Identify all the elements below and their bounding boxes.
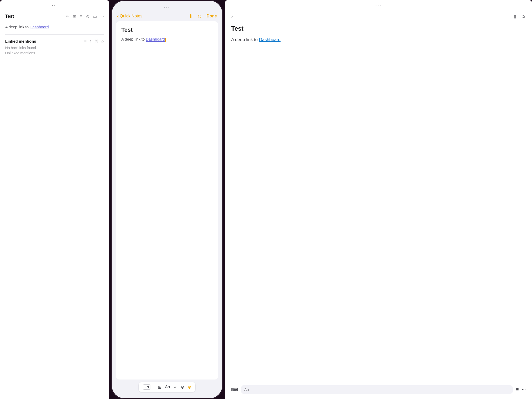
toolbar-separator <box>154 384 154 390</box>
share-icon[interactable]: ⬆ <box>189 13 193 19</box>
format-text-icon[interactable]: Aa <box>165 385 170 389</box>
left-three-dots: ··· <box>52 3 57 8</box>
right-share-icon[interactable]: ⬆ <box>513 14 517 20</box>
pencil-icon[interactable]: ✏ <box>66 14 69 19</box>
notes-nav-bar: ‹ Quick Notes ⬆ ☺ Done <box>112 11 222 21</box>
smiley-icon[interactable]: ☺ <box>197 13 202 19</box>
squiggle-icon[interactable]: ⊛ <box>188 385 191 390</box>
right-aa-label: Aa <box>244 387 249 392</box>
right-panel-body: A deep link to Dashboard <box>231 36 526 43</box>
linked-mentions-icons: ≡ ↑ ⇅ ⌕ <box>84 39 104 44</box>
right-nav-left: ‹ <box>231 14 233 20</box>
checklist-icon[interactable]: ✓ <box>174 385 177 390</box>
iphone-frame: ··· ‹ Quick Notes ⬆ ☺ Done Test A deep l… <box>111 0 223 399</box>
right-more-icon[interactable]: ··· <box>522 387 526 392</box>
right-dashboard-link[interactable]: Dashboard <box>259 37 281 42</box>
divider <box>5 34 104 35</box>
right-footer-icons: ≡ ··· <box>516 387 526 392</box>
ellipsis-icon[interactable]: ··· <box>101 14 104 19</box>
bookmark-icon[interactable]: ⊘ <box>86 14 89 19</box>
right-nav-right: ⬆ ☺ <box>513 14 526 20</box>
notes-back-button[interactable]: ‹ Quick Notes <box>117 14 142 19</box>
right-panel-footer: ⌨ Aa ≡ ··· <box>225 382 532 399</box>
left-note-body: A deep link to Dashboard <box>5 24 104 30</box>
linked-mentions-header: Linked mentions ≡ ↑ ⇅ ⌕ <box>5 39 104 44</box>
left-panel-title: Test <box>5 14 14 19</box>
notes-toolbar: EN ⊞ Aa ✓ ⊙ ⊛ <box>112 380 222 398</box>
right-list-icon[interactable]: ≡ <box>516 387 519 392</box>
left-panel: ··· Test ✏ ⊞ ≡ ⊘ ▭ ··· A deep link to Da… <box>0 0 109 399</box>
right-back-button[interactable]: ‹ <box>231 14 233 20</box>
notes-nav-right: ⬆ ☺ Done <box>189 13 217 19</box>
notes-note-title: Test <box>121 27 213 33</box>
right-panel-header: ‹ ⬆ ☺ <box>225 9 532 23</box>
left-panel-header: Test ✏ ⊞ ≡ ⊘ ▭ ··· <box>0 9 109 22</box>
mentions-search-icon[interactable]: ⌕ <box>101 39 104 43</box>
right-panel-title: Test <box>231 25 526 32</box>
camera-icon[interactable]: ⊙ <box>181 385 184 390</box>
mentions-arrows-icon[interactable]: ⇅ <box>95 39 98 44</box>
right-smiley-icon[interactable]: ☺ <box>521 14 526 19</box>
grid-icon[interactable]: ⊞ <box>73 14 76 19</box>
right-aa-input[interactable]: Aa <box>241 385 513 394</box>
done-button[interactable]: Done <box>207 14 217 18</box>
iphone-three-dots: ··· <box>164 4 170 10</box>
left-panel-toolbar: ✏ ⊞ ≡ ⊘ ▭ ··· <box>66 14 104 19</box>
right-keyboard-icon[interactable]: ⌨ <box>231 387 238 393</box>
quick-notes-label: Quick Notes <box>120 14 142 18</box>
left-panel-content: A deep link to Dashboard Linked mentions… <box>0 22 109 399</box>
iphone-inner: ··· ‹ Quick Notes ⬆ ☺ Done Test A deep l… <box>112 1 222 398</box>
right-panel: ··· ‹ ⬆ ☺ Test A deep link to Dashboard … <box>225 0 532 399</box>
square-icon[interactable]: ▭ <box>93 14 97 19</box>
toolbar-pill: EN ⊞ Aa ✓ ⊙ ⊛ <box>139 382 195 392</box>
text-cursor <box>165 38 166 42</box>
right-three-dots: ··· <box>375 3 382 8</box>
middle-dashboard-link[interactable]: Dashboard <box>146 37 165 42</box>
unlinked-mentions-text: Unlinked mentions <box>5 51 104 55</box>
no-backlinks-text: No backlinks found. <box>5 46 104 50</box>
keyboard-en-icon[interactable]: EN <box>143 384 150 390</box>
back-arrow-icon: ‹ <box>117 14 119 19</box>
notes-note-body: A deep link to Dashboard <box>121 36 213 42</box>
notes-content-area[interactable]: Test A deep link to Dashboard <box>116 21 218 380</box>
right-panel-content: Test A deep link to Dashboard <box>225 23 532 382</box>
mentions-list-icon[interactable]: ≡ <box>84 39 87 43</box>
middle-panel: ··· ‹ Quick Notes ⬆ ☺ Done Test A deep l… <box>111 0 223 399</box>
left-dashboard-link[interactable]: Dashboard <box>30 25 49 29</box>
mentions-arrow-up-icon[interactable]: ↑ <box>90 39 92 43</box>
linked-mentions-title: Linked mentions <box>5 39 36 43</box>
list-icon[interactable]: ≡ <box>80 14 82 19</box>
table-icon[interactable]: ⊞ <box>158 385 161 390</box>
